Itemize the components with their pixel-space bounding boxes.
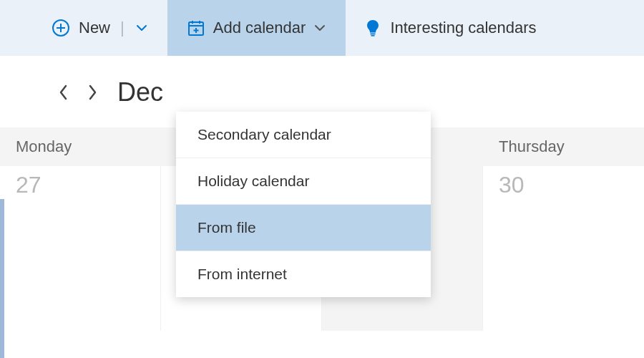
new-button[interactable]: New |: [0, 0, 167, 56]
day-header: Monday: [0, 127, 161, 166]
content-area: Dec Monday esday Thursday 27 30 Secondar…: [0, 56, 644, 331]
new-label: New: [79, 19, 110, 37]
lightbulb-icon: [366, 19, 381, 37]
day-number: 27: [16, 172, 42, 198]
chevron-down-icon[interactable]: [136, 22, 147, 34]
plus-circle-icon: [52, 19, 70, 37]
next-month-button[interactable]: [87, 87, 99, 98]
add-calendar-button[interactable]: Add calendar: [167, 0, 346, 56]
svg-rect-10: [371, 35, 375, 37]
dropdown-item-from-internet[interactable]: From internet: [176, 251, 431, 297]
calendar-plus-icon: [187, 19, 205, 37]
chevron-down-icon[interactable]: [314, 22, 326, 34]
separator: |: [120, 19, 125, 37]
svg-rect-9: [371, 34, 376, 35]
day-number: 30: [499, 172, 525, 198]
interesting-calendars-label: Interesting calendars: [390, 19, 536, 37]
dropdown-item-from-file[interactable]: From file: [176, 205, 431, 251]
day-cell[interactable]: 30: [483, 166, 644, 331]
dropdown-item-holiday-calendar[interactable]: Holiday calendar: [176, 158, 431, 205]
add-calendar-label: Add calendar: [213, 19, 306, 37]
interesting-calendars-button[interactable]: Interesting calendars: [346, 0, 556, 56]
left-accent-bar: [0, 199, 4, 358]
prev-month-button[interactable]: [57, 87, 69, 98]
toolbar: New | Add calendar: [0, 0, 644, 56]
dropdown-item-secondary-calendar[interactable]: Secondary calendar: [176, 112, 431, 158]
day-header: Thursday: [483, 127, 644, 166]
add-calendar-dropdown: Secondary calendar Holiday calendar From…: [176, 112, 431, 297]
month-label: Dec: [117, 77, 163, 107]
day-cell[interactable]: 27: [0, 166, 161, 331]
